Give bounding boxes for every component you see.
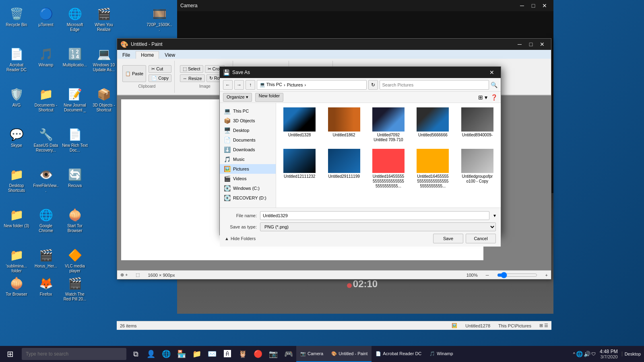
opera-taskbar[interactable]: 🔴	[250, 346, 266, 362]
paint-zoom-plus[interactable]: +	[545, 273, 548, 278]
desktop-icon-when-you-realize[interactable]: 🎬 When You Realize	[89, 4, 118, 34]
desktop-icon-multiplication[interactable]: 🔢 Multiplicatio...	[60, 44, 89, 69]
file-item-2[interactable]: Untitled7092 Untitled 709-710	[367, 105, 409, 144]
saveas-up-btn[interactable]: ↑	[246, 80, 255, 90]
file-item-1[interactable]: Untitled1862	[323, 105, 365, 144]
filename-input[interactable]	[260, 211, 489, 220]
desktop-icon-new-journal-doc[interactable]: 📝 New Journal Document _	[60, 84, 89, 114]
tray-network[interactable]: 🌐	[576, 351, 583, 357]
sidebar-pictures[interactable]: 🖼️Pictures	[220, 164, 276, 174]
paint-zoom-minus[interactable]: ─	[486, 273, 489, 278]
desktop-icon-microsoft-edge[interactable]: 🌐 Microsoft Edge	[60, 4, 89, 34]
paint-restore-btn[interactable]: □	[525, 39, 537, 50]
file-item-7[interactable]: Untitled16455555555555555555555555555555…	[367, 147, 409, 191]
desktop-icon-windows10-update[interactable]: 💻 Windows 10 Update As...	[89, 44, 118, 74]
clock[interactable]: 4:48 PM 3/7/2020	[597, 349, 621, 359]
sidebar-windows-c[interactable]: 💽Windows (C:)	[220, 183, 276, 193]
desktop-icon-3d-objects[interactable]: 📦 3D Objects - Shortcut	[89, 84, 118, 114]
saveas-cancel-btn[interactable]: Cancel	[466, 234, 496, 243]
game-taskbar[interactable]: 🎮	[281, 346, 296, 362]
start-button[interactable]: ⊞	[0, 346, 20, 362]
desktop-icon-720p-video[interactable]: 🎞️ 720P_1500K...	[145, 4, 174, 34]
new-folder-btn[interactable]: New folder	[255, 93, 284, 102]
file-item-9[interactable]: Untitledgroupofpro100 - Copy	[456, 147, 498, 191]
desktop-icon-google-chrome[interactable]: 🌐 Google Chrome	[31, 205, 60, 235]
camera-maximize-btn[interactable]: □	[528, 0, 539, 11]
tab-file[interactable]: File	[117, 51, 135, 59]
mail-taskbar[interactable]: ✉️	[204, 346, 220, 362]
tray-security[interactable]: 🛡	[591, 352, 596, 356]
camera-taskbar[interactable]: 📷	[266, 346, 281, 362]
sidebar-3d-objects[interactable]: 📦3D Objects	[220, 116, 276, 125]
desktop-icon-winamp[interactable]: 🎵 Winamp	[31, 44, 60, 69]
paint-zoom-slider[interactable]	[497, 272, 537, 278]
desktop-icon-acrobat-reader[interactable]: 📄 Acrobat Reader DC	[2, 44, 31, 74]
paint-minimize-btn[interactable]: ─	[514, 39, 525, 50]
desktop-icon-tor-browser[interactable]: 🧅 Tor Browser	[2, 274, 31, 298]
trip-taskbar[interactable]: 🦉	[235, 346, 250, 362]
sidebar-documents[interactable]: 📄Documents	[220, 135, 276, 145]
desktop-icon-vlc-media-player[interactable]: 🔶 VLC media player	[60, 245, 89, 275]
file-item-8[interactable]: Untitled16455555555555555555555555555555…	[412, 147, 454, 191]
filename-dropdown-btn[interactable]: ▾	[493, 213, 496, 218]
select-btn[interactable]: ⬚ Select	[180, 65, 203, 73]
saveas-breadcrumb[interactable]: 💻 This PC › Pictures ›	[257, 80, 367, 90]
desktop-icon-subliminal-folder[interactable]: 📁 'sublimina... folder	[2, 245, 31, 275]
sidebar-desktop[interactable]: 🖥️Desktop	[220, 125, 276, 135]
copy-btn[interactable]: 📄 Copy	[149, 74, 171, 82]
organize-btn[interactable]: Organize ▾	[223, 93, 252, 102]
saveas-close-btn[interactable]: ✕	[486, 67, 497, 78]
desktop-icon-skype[interactable]: 💬 Skype	[2, 125, 31, 150]
file-item-5[interactable]: Untitled12111232	[279, 147, 320, 191]
hide-folders-btn[interactable]: ▲ Hide Folders	[225, 236, 256, 241]
desktop-icon-new-folder-3[interactable]: 📁 New folder (3)	[2, 205, 31, 230]
taskbar-paint-app[interactable]: 🎨 Untitled - Paint	[327, 346, 372, 362]
amazon-taskbar[interactable]: 🅰	[220, 346, 235, 362]
desktop-icon-firefox[interactable]: 🦊 Firefox	[31, 274, 60, 298]
help-btn[interactable]: ❓	[491, 94, 497, 101]
paste-btn[interactable]: 📋Paste	[122, 65, 146, 82]
people-btn[interactable]: 👤	[143, 346, 159, 362]
file-item-3[interactable]: Untitled5666666	[412, 105, 454, 144]
sidebar-videos[interactable]: 🎬Videos	[220, 174, 276, 183]
sidebar-music[interactable]: 🎵Music	[220, 154, 276, 164]
tab-view[interactable]: View	[159, 51, 180, 59]
desktop-icon-recuva[interactable]: 🔄 Recuva	[60, 165, 89, 190]
tab-home[interactable]: Home	[136, 51, 159, 59]
desktop-icon-documents-shortcut[interactable]: 📁 Documents - Shortcut	[31, 84, 60, 114]
resize-btn[interactable]: ↔ Resize	[180, 74, 205, 82]
camera-close-btn[interactable]: ✕	[539, 0, 550, 11]
filetype-select[interactable]: PNG (*.png) JPEG (*.jpg) BMP (*.bmp) GIF…	[260, 222, 496, 231]
store-taskbar[interactable]: 🏪	[174, 346, 189, 362]
tray-volume[interactable]: 🔊	[584, 351, 590, 357]
saveas-forward-btn[interactable]: →	[234, 80, 244, 90]
view-options-btn[interactable]: ⊞ ▾	[478, 94, 487, 101]
paint-close-btn[interactable]: ✕	[537, 39, 548, 50]
tray-chevron[interactable]: ^	[573, 352, 575, 356]
saveas-refresh-btn[interactable]: ↻	[368, 80, 378, 90]
desktop-icon-horus-her[interactable]: 🎬 Horus_Her...	[31, 245, 60, 270]
desktop-icon-easeus[interactable]: 🔧 EaseUS Data Recovery...	[31, 125, 60, 154]
sidebar-recovery-d[interactable]: 💽RECOVERY (D:)	[220, 193, 276, 203]
explorer-taskbar[interactable]: 📁	[189, 346, 204, 362]
taskbar-acrobat-app[interactable]: 📄 Acrobat Reader DC	[372, 346, 425, 362]
camera-minimize-btn[interactable]: ─	[516, 0, 528, 11]
desktop-icon-avg[interactable]: 🛡️ AVG	[2, 84, 31, 109]
saveas-back-btn[interactable]: ←	[223, 80, 233, 90]
edge-taskbar[interactable]: 🌐	[159, 346, 174, 362]
taskbar-winamp-app[interactable]: 🎵 Winamp	[425, 346, 457, 362]
desktop-icon-freefileview[interactable]: 👁️ FreeFileView...	[31, 165, 60, 195]
sidebar-downloads[interactable]: ⬇️Downloads	[220, 145, 276, 154]
taskbar-camera-app[interactable]: 📷 Camera	[296, 346, 327, 362]
search-bar[interactable]	[22, 348, 126, 360]
view-icons[interactable]: ⊞ ☰	[539, 323, 548, 328]
file-item-0[interactable]: Untitled1328	[279, 105, 320, 144]
desktop-icon-watch-red-pill[interactable]: 🎬 Watch The Red Pill 20...	[60, 274, 89, 303]
desktop-icon-recycle-bin[interactable]: 🗑️ Recycle Bin	[2, 4, 31, 29]
saveas-save-btn[interactable]: Save	[433, 234, 463, 243]
cut-btn[interactable]: ✂ Cut	[149, 65, 171, 73]
desktop-icon-start-tor-browser[interactable]: 🧅 Start Tor Browser	[60, 205, 89, 235]
desktop-icon-desktop-shortcuts[interactable]: 📁 Desktop Shortcuts	[2, 165, 31, 195]
desktop-icon-utorrent[interactable]: 🔵 µTorrent	[31, 4, 60, 29]
desktop-btn[interactable]: Desktop	[622, 352, 641, 356]
